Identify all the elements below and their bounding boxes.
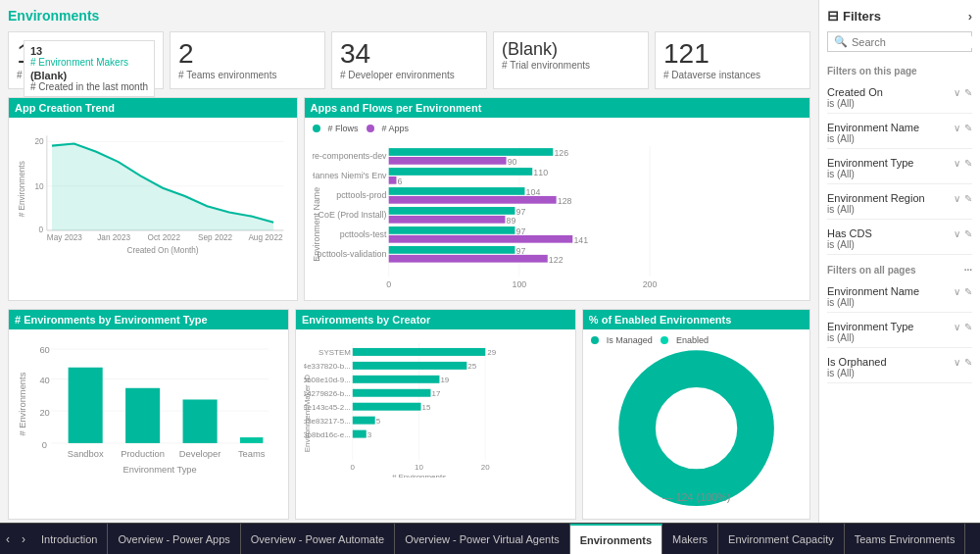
filter-edit-icon[interactable]: ✎	[964, 87, 972, 98]
filter-env-name-edit[interactable]: ✎	[964, 123, 972, 133]
enabled-legend-dot	[661, 336, 668, 344]
svg-text:6b08e10d-9...: 6b08e10d-9...	[304, 376, 351, 384]
filters-all-more[interactable]: ···	[964, 265, 972, 276]
tab-nav-right[interactable]: ›	[16, 524, 31, 554]
filter-all-env-name-controls: ∨ ✎	[954, 286, 972, 297]
donut-inner	[657, 389, 736, 469]
svg-text:3b8bd16c-e...: 3b8bd16c-e...	[304, 430, 351, 439]
svg-text:Developer: Developer	[179, 449, 221, 459]
svg-text:128: 128	[557, 196, 571, 206]
filter-env-region-controls: ∨ ✎	[954, 193, 972, 204]
pct-enabled-chart: % of Enabled Environments Is Managed Ena…	[582, 309, 810, 519]
svg-text:15: 15	[421, 403, 430, 412]
tooltip-line2: # Environment Makers	[30, 57, 148, 68]
filter-search-box[interactable]: 🔍	[827, 31, 972, 52]
kpi-tooltip: 13 # Environment Makers (Blank) # Create…	[24, 40, 155, 97]
svg-text:20: 20	[481, 464, 490, 473]
bar-apps-1	[388, 157, 506, 165]
filter-env-name-label: Environment Name ∨ ✎	[827, 122, 972, 133]
bar-apps-4	[388, 216, 505, 224]
svg-text:Production: Production	[121, 449, 165, 459]
bar-maker4	[353, 389, 431, 397]
svg-text:97: 97	[515, 246, 525, 256]
kpi-label-developer: # Developer environments	[340, 70, 478, 80]
tab-power-automate[interactable]: Overview - Power Automate	[241, 524, 395, 554]
bar-maker5	[353, 403, 421, 411]
svg-text:60: 60	[39, 345, 49, 355]
filter-env-type-value: is (All)	[827, 169, 972, 179]
filter-chevron-icon[interactable]: ∨	[954, 87, 960, 98]
donut-label: — 124 (100%)	[662, 491, 730, 503]
svg-text:pcttools-prod: pcttools-prod	[336, 190, 386, 200]
bar-maker7	[353, 430, 367, 438]
svg-text:# Environments: # Environments	[18, 161, 26, 217]
svg-text:141: 141	[573, 235, 588, 245]
svg-text:coe-core-components-dev: coe-core-components-dev	[313, 151, 387, 161]
filter-created-on-text: Created On	[827, 86, 883, 98]
filter-all-orphaned-edit[interactable]: ✎	[964, 357, 972, 368]
tab-introduction[interactable]: Introduction	[31, 524, 108, 554]
filter-has-cds-edit[interactable]: ✎	[964, 228, 972, 239]
filter-created-on: Created On ∨ ✎ is (All)	[827, 82, 972, 114]
kpi-card-dataverse: 121 # Dataverse instances	[655, 31, 810, 89]
filter-search-input[interactable]	[852, 36, 980, 48]
filter-all-env-name-edit[interactable]: ✎	[964, 286, 972, 297]
donut-svg: — 124 (100%)	[591, 349, 802, 507]
managed-legend-dot	[591, 336, 599, 344]
svg-text:# Environments: # Environments	[392, 474, 446, 478]
filter-all-env-name-value: is (All)	[827, 297, 972, 308]
filter-created-on-label: Created On ∨ ✎	[827, 86, 972, 98]
svg-text:29: 29	[487, 348, 496, 357]
filter-all-env-type: Environment Type ∨ ✎ is (All)	[827, 317, 972, 348]
tab-makers[interactable]: Makers	[662, 524, 718, 554]
filter-env-type-edit[interactable]: ✎	[964, 158, 972, 169]
kpi-label-trial: # Trial environments	[502, 60, 640, 71]
filter-all-env-type-chevron[interactable]: ∨	[954, 322, 960, 332]
filters-header: ⊟ Filters ›	[827, 8, 972, 24]
filter-env-name: Environment Name ∨ ✎ is (All)	[827, 118, 972, 149]
tab-power-apps[interactable]: Overview - Power Apps	[108, 524, 240, 554]
filter-env-region-edit[interactable]: ✎	[964, 193, 972, 204]
charts-row1: App Creation Trend 20 10 0	[8, 97, 810, 301]
apps-flows-chart: Apps and Flows per Environment # Flows #…	[304, 97, 811, 301]
env-type-chart: # Environments by Environment Type 60 40…	[8, 309, 289, 519]
tab-power-virtual-agents[interactable]: Overview - Power Virtual Agents	[395, 524, 570, 554]
filter-env-type-chevron[interactable]: ∨	[954, 158, 960, 169]
filter-has-cds-controls: ∨ ✎	[954, 228, 972, 239]
tab-teams-environments[interactable]: Teams Environments	[845, 524, 966, 554]
apps-legend-dot	[367, 125, 374, 132]
svg-text:# Environments: # Environments	[18, 373, 27, 436]
filter-has-cds-value: is (All)	[827, 239, 972, 250]
filter-env-type: Environment Type ∨ ✎ is (All)	[827, 153, 972, 184]
filter-all-env-type-edit[interactable]: ✎	[964, 322, 972, 332]
filter-all-env-type-value: is (All)	[827, 332, 972, 343]
filters-icon: ⊟	[827, 8, 839, 24]
filter-env-region-chevron[interactable]: ∨	[954, 193, 960, 204]
tab-nav-left[interactable]: ‹	[0, 524, 16, 554]
filter-all-orphaned-controls: ∨ ✎	[954, 357, 972, 368]
tab-environments[interactable]: Environments	[570, 524, 662, 554]
svg-text:17: 17	[431, 389, 440, 398]
filter-all-orphaned-chevron[interactable]: ∨	[954, 357, 960, 368]
kpi-card-environments: 124 # Environments 13 # Environment Make…	[8, 31, 164, 89]
svg-text:0: 0	[39, 226, 44, 234]
bar-flows-3	[388, 187, 524, 195]
filters-chevron-icon[interactable]: ›	[968, 9, 972, 24]
filter-has-cds-chevron[interactable]: ∨	[954, 228, 960, 239]
tab-env-capacity[interactable]: Environment Capacity	[718, 524, 845, 554]
bar-sandbox	[69, 368, 103, 443]
filter-all-orphaned-label: Is Orphaned ∨ ✎	[827, 356, 972, 368]
filter-all-env-type-label: Environment Type ∨ ✎	[827, 321, 972, 332]
svg-text:20: 20	[39, 408, 49, 418]
filter-created-on-value: is (All)	[827, 98, 972, 109]
svg-text:0: 0	[351, 464, 356, 473]
filter-all-orphaned: Is Orphaned ∨ ✎ is (All)	[827, 352, 972, 383]
svg-text:9e143c45-2...: 9e143c45-2...	[304, 403, 351, 412]
filter-all-env-name-chevron[interactable]: ∨	[954, 286, 960, 297]
managed-legend-label: Is Managed	[607, 335, 653, 345]
svg-text:Sep 2022: Sep 2022	[198, 233, 233, 242]
filter-env-name-chevron[interactable]: ∨	[954, 123, 960, 133]
svg-text:d3e83217-5...: d3e83217-5...	[304, 417, 351, 426]
bar-system	[353, 348, 485, 356]
filters-all-title: Filters on all pages	[827, 265, 916, 276]
